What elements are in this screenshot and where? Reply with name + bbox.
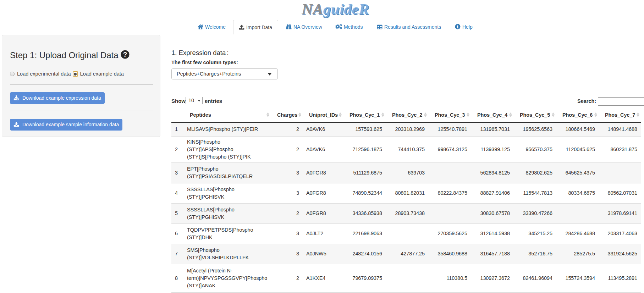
svg-text:?: ? [123,51,127,58]
